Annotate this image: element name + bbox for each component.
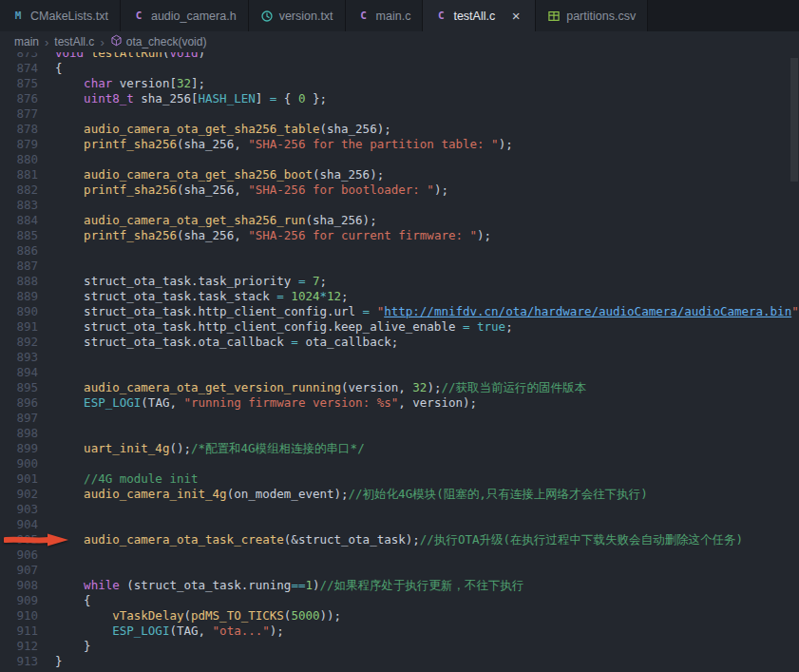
- code-line[interactable]: 902 audio_camera_init_4g(on_modem_event)…: [0, 487, 799, 502]
- line-number[interactable]: 909: [0, 593, 38, 608]
- code-line[interactable]: 906: [0, 547, 799, 563]
- line-number[interactable]: 905: [0, 532, 38, 547]
- code-line[interactable]: 877: [0, 106, 799, 122]
- line-number[interactable]: 892: [0, 335, 38, 350]
- tab-partitions.csv[interactable]: partitions.csv: [536, 0, 648, 31]
- breadcrumb-item-label: main: [14, 35, 39, 48]
- code-line[interactable]: 885 printf_sha256(sha_256, "SHA-256 for …: [0, 228, 799, 243]
- code-line[interactable]: 879 printf_sha256(sha_256, "SHA-256 for …: [0, 137, 799, 152]
- scrollbar[interactable]: [789, 52, 799, 672]
- tab-testAll.c[interactable]: CtestAll.c×: [423, 0, 536, 31]
- code-line[interactable]: 890 struct_ota_task.http_client_config.u…: [0, 304, 799, 319]
- line-number[interactable]: 895: [0, 380, 38, 395]
- code-line[interactable]: 882 printf_sha256(sha_256, "SHA-256 for …: [0, 182, 799, 198]
- code-line[interactable]: 894: [0, 365, 799, 380]
- line-number[interactable]: 888: [0, 274, 38, 289]
- line-number[interactable]: 884: [0, 213, 38, 228]
- line-number[interactable]: 911: [0, 624, 38, 639]
- code-line[interactable]: 892 struct_ota_task.ota_callback = ota_c…: [0, 335, 799, 350]
- code-line[interactable]: 911 ESP_LOGI(TAG, "ota...");: [0, 624, 799, 639]
- code-line[interactable]: 886: [0, 243, 799, 259]
- line-number[interactable]: 883: [0, 198, 38, 213]
- line-number[interactable]: 891: [0, 319, 38, 335]
- code-line[interactable]: 888 struct_ota_task.task_priority = 7;: [0, 274, 799, 289]
- line-number[interactable]: 877: [0, 106, 38, 122]
- line-number[interactable]: 874: [0, 61, 38, 76]
- line-number[interactable]: 906: [0, 547, 38, 563]
- code-line[interactable]: 873void testAllRun(void): [0, 52, 799, 61]
- code-line[interactable]: 893: [0, 350, 799, 365]
- code-line[interactable]: 891 struct_ota_task.http_client_config.k…: [0, 319, 799, 335]
- code-line[interactable]: 900: [0, 456, 799, 471]
- line-number[interactable]: 894: [0, 365, 38, 380]
- code-line[interactable]: 883: [0, 198, 799, 213]
- line-number[interactable]: 893: [0, 350, 38, 365]
- code-text: audio_camera_ota_get_version_running(ver…: [38, 380, 586, 395]
- code-line[interactable]: 905 audio_camera_ota_task_create(&struct…: [0, 532, 799, 547]
- code-editor[interactable]: 873void testAllRun(void)874{875 char ver…: [0, 52, 799, 672]
- code-text: [38, 198, 55, 213]
- line-number[interactable]: 887: [0, 259, 38, 274]
- code-line[interactable]: 896 ESP_LOGI(TAG, "running firmware vers…: [0, 395, 799, 411]
- line-number[interactable]: 890: [0, 304, 38, 319]
- line-number[interactable]: 875: [0, 76, 38, 91]
- line-number[interactable]: 878: [0, 122, 38, 137]
- line-number[interactable]: 880: [0, 152, 38, 167]
- line-number[interactable]: 899: [0, 441, 38, 456]
- breadcrumb-item[interactable]: ota_check(void): [110, 34, 207, 49]
- code-line[interactable]: 878 audio_camera_ota_get_sha256_table(sh…: [0, 122, 799, 137]
- code-line[interactable]: 875 char version[32];: [0, 76, 799, 91]
- line-number[interactable]: 881: [0, 167, 38, 182]
- breadcrumb-item[interactable]: main: [14, 35, 39, 48]
- code-line[interactable]: 909 {: [0, 593, 799, 608]
- tab-CMakeLists.txt[interactable]: MCMakeLists.txt: [0, 0, 121, 31]
- tab-label: main.c: [376, 10, 411, 23]
- code-line[interactable]: 912 }: [0, 639, 799, 654]
- code-line[interactable]: 876 uint8_t sha_256[HASH_LEN] = { 0 };: [0, 91, 799, 106]
- line-number[interactable]: 910: [0, 608, 38, 624]
- line-number[interactable]: 912: [0, 639, 38, 654]
- line-number[interactable]: 879: [0, 137, 38, 152]
- line-number[interactable]: 902: [0, 487, 38, 502]
- code-text: [38, 243, 55, 259]
- code-line[interactable]: 880: [0, 152, 799, 167]
- code-line[interactable]: 913}: [0, 654, 799, 669]
- code-line[interactable]: 901 //4G module init: [0, 471, 799, 487]
- tab-version.txt[interactable]: version.txt: [249, 0, 346, 31]
- code-line[interactable]: 874{: [0, 61, 799, 76]
- tab-main.c[interactable]: Cmain.c: [346, 0, 424, 31]
- line-number[interactable]: 913: [0, 654, 38, 669]
- line-number[interactable]: 903: [0, 502, 38, 517]
- line-number[interactable]: 873: [0, 52, 38, 61]
- line-number[interactable]: 908: [0, 578, 38, 593]
- code-line[interactable]: 895 audio_camera_ota_get_version_running…: [0, 380, 799, 395]
- line-number[interactable]: 901: [0, 471, 38, 487]
- tab-audio_camera.h[interactable]: Caudio_camera.h: [121, 0, 249, 31]
- code-line[interactable]: 884 audio_camera_ota_get_sha256_run(sha_…: [0, 213, 799, 228]
- line-number[interactable]: 900: [0, 456, 38, 471]
- line-number[interactable]: 904: [0, 517, 38, 532]
- code-line[interactable]: 908 while (struct_ota_task.runing==1)//如…: [0, 578, 799, 593]
- code-line[interactable]: 907: [0, 563, 799, 578]
- scrollbar-thumb[interactable]: [790, 58, 798, 182]
- code-line[interactable]: 881 audio_camera_ota_get_sha256_boot(sha…: [0, 167, 799, 182]
- line-number[interactable]: 897: [0, 411, 38, 426]
- line-number[interactable]: 882: [0, 182, 38, 198]
- line-number[interactable]: 876: [0, 91, 38, 106]
- line-number[interactable]: 889: [0, 289, 38, 304]
- code-line[interactable]: 904: [0, 517, 799, 532]
- code-line[interactable]: 897: [0, 411, 799, 426]
- line-number[interactable]: 886: [0, 243, 38, 259]
- code-line[interactable]: 889 struct_ota_task.task_stack = 1024*12…: [0, 289, 799, 304]
- line-number[interactable]: 885: [0, 228, 38, 243]
- line-number[interactable]: 907: [0, 563, 38, 578]
- code-line[interactable]: 898: [0, 426, 799, 441]
- code-line[interactable]: 887: [0, 259, 799, 274]
- code-line[interactable]: 910 vTaskDelay(pdMS_TO_TICKS(5000));: [0, 608, 799, 624]
- breadcrumb-item[interactable]: testAll.c: [54, 35, 94, 48]
- close-icon[interactable]: ×: [508, 10, 523, 23]
- line-number[interactable]: 898: [0, 426, 38, 441]
- code-line[interactable]: 899 uart_init_4g();/*配置和4G模组相连接的串口*/: [0, 441, 799, 456]
- code-line[interactable]: 903: [0, 502, 799, 517]
- line-number[interactable]: 896: [0, 395, 38, 411]
